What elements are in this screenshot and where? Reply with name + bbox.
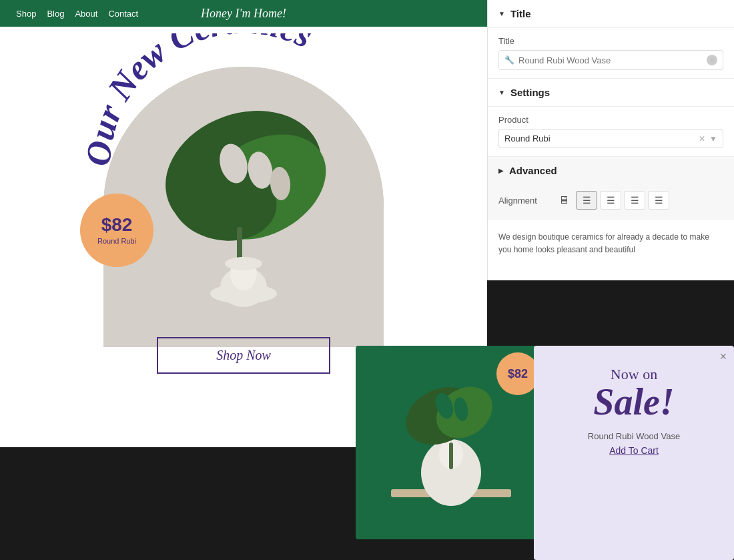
hero-text-svg: Our New Ceramics <box>77 33 410 207</box>
right-panel: ▼ Title Title 🔧 ✕ ▼ Settings Product Rou… <box>487 0 734 280</box>
popup-product-name: Round Rubi Wood Vase <box>550 431 718 441</box>
nav-link-about[interactable]: About <box>75 9 97 19</box>
brand-title: Honey I'm Home! <box>201 7 286 21</box>
advanced-section-label: Advanced <box>509 165 557 176</box>
nav-bar: Shop Blog About Contact Honey I'm Home! <box>0 0 487 27</box>
product-field-label: Product <box>498 115 723 125</box>
title-field-label: Title <box>498 36 723 46</box>
popup-price-value: $82 <box>508 367 528 381</box>
advanced-collapse-arrow: ▶ <box>498 167 504 174</box>
nav-link-contact[interactable]: Contact <box>108 9 138 19</box>
settings-section-body: Product Round Rubi ✕ ▼ <box>488 107 734 157</box>
advanced-section-header[interactable]: ▶ Advanced <box>488 157 734 184</box>
nav-link-blog[interactable]: Blog <box>47 9 64 19</box>
align-center-button[interactable]: ☰ <box>600 191 621 210</box>
wrench-icon: 🔧 <box>504 55 514 65</box>
hero-area: Our New Ceramics $82 Round Rubi Shop Now <box>0 27 487 387</box>
price-label: Round Rubi <box>97 237 136 245</box>
title-input[interactable] <box>518 55 707 65</box>
shop-now-container: Shop Now <box>157 337 330 374</box>
settings-section-label: Settings <box>510 87 550 98</box>
alignment-row: Alignment 🖥 ☰ ☰ ☰ ☰ <box>498 191 723 210</box>
shop-now-button[interactable]: Shop Now <box>157 337 330 374</box>
align-buttons: ☰ ☰ ☰ ☰ <box>576 191 669 210</box>
price-badge: $82 Round Rubi <box>80 194 153 267</box>
advanced-section-body: Alignment 🖥 ☰ ☰ ☰ ☰ <box>488 184 734 220</box>
green-popup-image: $82 <box>356 346 546 539</box>
close-sale-popup-button[interactable]: ✕ <box>719 351 727 362</box>
title-section-body: Title 🔧 ✕ <box>488 28 734 79</box>
align-justify-button[interactable]: ☰ <box>648 191 669 210</box>
popup-price-badge: $82 <box>496 352 539 395</box>
advanced-section: ▶ Advanced Alignment 🖥 ☰ ☰ ☰ ☰ <box>488 157 734 220</box>
alignment-label: Alignment <box>498 196 552 206</box>
title-section-label: Title <box>510 8 531 19</box>
nav-link-shop[interactable]: Shop <box>16 9 36 19</box>
title-input-wrapper: 🔧 ✕ <box>498 50 723 70</box>
price-value: $82 <box>101 216 133 234</box>
sale-label: Sale! <box>550 383 718 421</box>
align-right-button[interactable]: ☰ <box>624 191 645 210</box>
title-section-header[interactable]: ▼ Title <box>488 0 734 28</box>
svg-rect-20 <box>449 443 453 469</box>
description-text: We design boutique ceramics for already … <box>488 220 734 267</box>
product-selected-value: Round Rubi <box>504 133 699 144</box>
settings-collapse-arrow: ▼ <box>498 89 505 96</box>
svg-text:Our New Ceramics: Our New Ceramics <box>79 33 318 168</box>
monitor-icon: 🖥 <box>559 194 569 206</box>
add-to-cart-button[interactable]: Add To Cart <box>550 445 718 456</box>
title-collapse-arrow: ▼ <box>498 10 505 17</box>
green-product-popup: $82 <box>356 346 546 539</box>
sale-popup: ✕ Now on Sale! Round Rubi Wood Vase Add … <box>534 346 734 560</box>
product-dropdown[interactable]: Round Rubi ✕ ▼ <box>498 129 723 148</box>
clear-input-button[interactable]: ✕ <box>707 55 717 65</box>
product-clear-button[interactable]: ✕ <box>699 134 705 144</box>
svg-point-11 <box>225 257 262 270</box>
align-left-button[interactable]: ☰ <box>576 191 597 210</box>
settings-section-header[interactable]: ▼ Settings <box>488 79 734 107</box>
product-dropdown-arrow: ▼ <box>709 134 717 144</box>
nav-links: Shop Blog About Contact <box>16 9 138 19</box>
